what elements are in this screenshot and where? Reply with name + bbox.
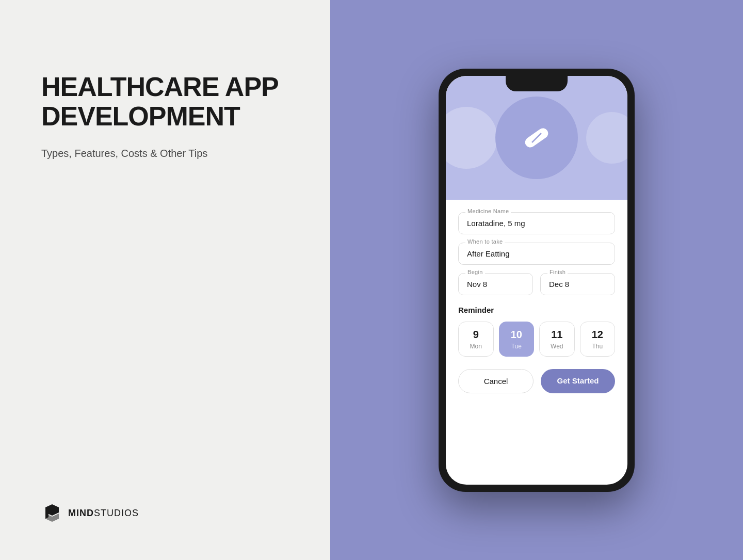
- when-to-take-label: When to take: [465, 238, 505, 245]
- left-panel: HEALTHCARE APP DEVELOPMENT Types, Featur…: [0, 0, 330, 560]
- finish-label: Finish: [547, 269, 568, 275]
- cancel-button[interactable]: Cancel: [458, 369, 534, 393]
- phone-inner: Medicine Name Loratadine, 5 mg When to t…: [446, 76, 627, 485]
- pill-circle-left: [446, 107, 497, 169]
- get-started-button[interactable]: Get Started: [541, 369, 615, 393]
- day-number: 9: [463, 328, 489, 341]
- app-header: [446, 76, 627, 200]
- finish-field: Finish Dec 8: [540, 273, 615, 295]
- day-item-wed[interactable]: 11 Wed: [539, 322, 575, 357]
- day-item-mon[interactable]: 9 Mon: [458, 322, 494, 357]
- main-title: HEALTHCARE APP DEVELOPMENT: [41, 72, 294, 131]
- date-row: Begin Nov 8 Finish Dec 8: [458, 273, 615, 295]
- day-item-thu[interactable]: 12 Thu: [580, 322, 616, 357]
- day-name: Thu: [585, 343, 611, 350]
- reminder-label: Reminder: [458, 306, 615, 314]
- medicine-name-input[interactable]: Loratadine, 5 mg: [458, 212, 615, 234]
- finish-input[interactable]: Dec 8: [540, 273, 615, 295]
- mindstudios-logo-icon: [41, 502, 63, 524]
- pill-circle-main: [495, 97, 578, 179]
- right-panel: Medicine Name Loratadine, 5 mg When to t…: [330, 0, 743, 560]
- pill-circle-right: [586, 112, 627, 164]
- when-to-take-field: When to take After Eatting: [458, 243, 615, 265]
- bottom-buttons: Cancel Get Started: [458, 369, 615, 393]
- day-number: 12: [585, 328, 611, 341]
- left-content: HEALTHCARE APP DEVELOPMENT Types, Featur…: [41, 72, 294, 161]
- day-number: 11: [544, 328, 570, 341]
- medicine-name-field: Medicine Name Loratadine, 5 mg: [458, 212, 615, 234]
- subtitle: Types, Features, Costs & Other Tips: [41, 146, 294, 161]
- medicine-name-label: Medicine Name: [465, 208, 511, 214]
- phone-notch: [506, 76, 568, 91]
- begin-field: Begin Nov 8: [458, 273, 533, 295]
- day-item-tue[interactable]: 10 Tue: [499, 322, 535, 357]
- day-name: Wed: [544, 343, 570, 350]
- begin-label: Begin: [465, 269, 485, 275]
- day-selector: 9 Mon 10 Tue 11 Wed 12 Thu: [458, 322, 615, 357]
- when-to-take-input[interactable]: After Eatting: [458, 243, 615, 265]
- pill-icon: [519, 120, 555, 156]
- begin-input[interactable]: Nov 8: [458, 273, 533, 295]
- logo-area: MINDSTUDIOS: [41, 502, 294, 524]
- day-name: Tue: [504, 343, 530, 350]
- logo-text: MINDSTUDIOS: [68, 508, 139, 519]
- day-name: Mon: [463, 343, 489, 350]
- day-number: 10: [504, 328, 530, 341]
- phone-mockup: Medicine Name Loratadine, 5 mg When to t…: [439, 69, 635, 492]
- app-form: Medicine Name Loratadine, 5 mg When to t…: [446, 200, 627, 485]
